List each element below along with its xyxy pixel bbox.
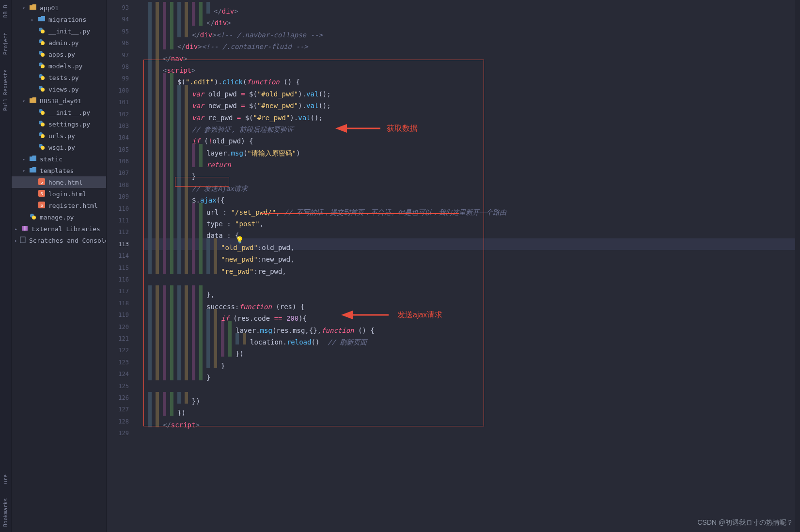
line-number[interactable]: 94 — [107, 14, 136, 25]
tree-item[interactable]: __init__.py — [12, 25, 106, 37]
tree-item[interactable]: urls.py — [12, 130, 106, 141]
fold-marker[interactable] — [136, 179, 144, 191]
code-line[interactable]: } — [144, 167, 795, 179]
line-number[interactable]: 103 — [107, 120, 136, 132]
code-line[interactable]: "new_pwd":new_pwd, — [144, 250, 795, 262]
fold-marker[interactable] — [136, 61, 144, 73]
fold-marker[interactable] — [136, 49, 144, 61]
fold-marker[interactable] — [136, 203, 144, 215]
code-line[interactable]: url : "/set_pwd/", // 不写的话，提交到首页，不合适。但是也… — [144, 203, 795, 215]
tree-item[interactable]: ▾BBS18_day01 — [12, 95, 106, 107]
code-editor[interactable]: 9394959697989910010110210310410510610710… — [107, 0, 795, 532]
tool-window-tab[interactable]: Pull Requests — [2, 69, 9, 111]
fold-marker[interactable] — [136, 14, 144, 25]
line-number[interactable]: 110 — [107, 203, 136, 215]
code-line[interactable]: </div> — [144, 2, 795, 14]
tree-item[interactable]: __init__.py — [12, 107, 106, 118]
fold-marker[interactable] — [136, 250, 144, 262]
code-line[interactable]: }) — [144, 404, 795, 415]
line-number[interactable]: 97 — [107, 49, 136, 61]
fold-marker[interactable] — [136, 144, 144, 156]
tree-item[interactable]: 5home.html — [12, 176, 106, 188]
tree-item[interactable]: ▸External Libraries — [12, 223, 106, 235]
line-number[interactable]: 109 — [107, 191, 136, 203]
code-line[interactable]: </div><!-- /.navbar-collapse --> — [144, 26, 795, 37]
tree-arrow-icon[interactable]: ▸ — [22, 156, 27, 162]
fold-marker[interactable] — [136, 344, 144, 356]
tree-item[interactable]: 5register.html — [12, 200, 106, 211]
code-line[interactable]: var old_pwd = $("#old_pwd").val(); — [144, 85, 795, 96]
tree-arrow-icon[interactable]: ▾ — [22, 5, 27, 11]
fold-marker[interactable] — [136, 238, 144, 250]
line-number[interactable]: 111 — [107, 215, 136, 226]
code-line[interactable]: var re_pwd = $("#re_pwd").val(); — [144, 109, 795, 120]
tree-arrow-icon[interactable]: ▸ — [31, 17, 36, 22]
code-line[interactable] — [144, 274, 795, 285]
tool-window-tab[interactable]: DB B — [2, 5, 9, 18]
line-number[interactable]: 122 — [107, 344, 136, 356]
fold-marker[interactable] — [136, 285, 144, 297]
line-number[interactable]: 128 — [107, 416, 136, 427]
code-line[interactable]: </script> — [144, 416, 795, 427]
fold-marker[interactable] — [136, 167, 144, 179]
line-number[interactable]: 120 — [107, 321, 136, 333]
fold-marker[interactable] — [136, 156, 144, 167]
project-tree[interactable]: ▾app01▸migrations__init__.pyadmin.pyapps… — [12, 0, 107, 532]
tree-item[interactable]: ▸static — [12, 153, 106, 165]
fold-marker[interactable] — [136, 262, 144, 274]
code-line[interactable]: </div> — [144, 14, 795, 25]
code-line[interactable]: type : "post", — [144, 215, 795, 226]
code-line[interactable]: </div><!-- /.container-fluid --> — [144, 37, 795, 49]
line-number[interactable]: 98 — [107, 61, 136, 73]
line-number[interactable]: 116 — [107, 274, 136, 285]
tree-item[interactable]: 5login.html — [12, 188, 106, 200]
tree-item[interactable]: tests.py — [12, 72, 106, 83]
fold-marker[interactable] — [136, 357, 144, 368]
line-number[interactable]: 126 — [107, 392, 136, 404]
fold-marker[interactable] — [136, 120, 144, 132]
fold-marker[interactable] — [136, 321, 144, 333]
line-number[interactable]: 106 — [107, 156, 136, 167]
code-line[interactable]: <script> — [144, 61, 795, 73]
line-number[interactable]: 121 — [107, 333, 136, 344]
line-number[interactable]: 108 — [107, 179, 136, 191]
code-line[interactable]: var new_pwd = $("#new_pwd").val(); — [144, 96, 795, 108]
fold-column[interactable] — [136, 0, 144, 532]
code-line[interactable]: // 参数验证, 前段后端都要验证 — [144, 120, 795, 132]
line-number[interactable]: 115 — [107, 262, 136, 274]
line-number[interactable]: 118 — [107, 297, 136, 309]
tree-item[interactable]: ▾templates — [12, 165, 106, 176]
tree-item[interactable]: manage.py — [12, 211, 106, 223]
tree-item[interactable]: apps.py — [12, 48, 106, 60]
tree-item[interactable]: settings.py — [12, 118, 106, 130]
code-area[interactable]: </div></div></div><!-- /.navbar-collapse… — [144, 0, 795, 532]
fold-marker[interactable] — [136, 37, 144, 49]
tree-item[interactable]: ▾app01 — [12, 2, 106, 14]
fold-marker[interactable] — [136, 333, 144, 344]
code-line[interactable]: } — [144, 368, 795, 380]
fold-marker[interactable] — [136, 404, 144, 415]
tree-arrow-icon[interactable]: ▾ — [22, 98, 27, 104]
tree-arrow-icon[interactable]: ▸ — [15, 238, 17, 243]
code-line[interactable]: </nav> — [144, 49, 795, 61]
tree-item[interactable]: wsgi.py — [12, 141, 106, 153]
code-line[interactable]: success:function (res) { — [144, 297, 795, 309]
fold-marker[interactable] — [136, 85, 144, 96]
fold-marker[interactable] — [136, 132, 144, 143]
fold-marker[interactable] — [136, 109, 144, 120]
line-number[interactable]: 114 — [107, 250, 136, 262]
line-number[interactable]: 117 — [107, 285, 136, 297]
line-number[interactable]: 101 — [107, 96, 136, 108]
tool-window-tab[interactable]: Bookmarks — [2, 498, 9, 527]
line-number[interactable]: 104 — [107, 132, 136, 143]
line-number[interactable]: 99 — [107, 73, 136, 84]
tree-item[interactable]: ▸migrations — [12, 14, 106, 25]
line-number[interactable]: 105 — [107, 144, 136, 156]
tree-arrow-icon[interactable]: ▾ — [22, 168, 27, 173]
code-line[interactable]: layer.msg(res.msg,{},function () { — [144, 321, 795, 333]
line-number[interactable]: 125 — [107, 380, 136, 392]
code-line[interactable]: $(".edit").click(function () { — [144, 73, 795, 84]
line-number[interactable]: 124 — [107, 368, 136, 380]
tool-window-tab[interactable]: Project — [2, 32, 9, 55]
fold-marker[interactable] — [136, 368, 144, 380]
